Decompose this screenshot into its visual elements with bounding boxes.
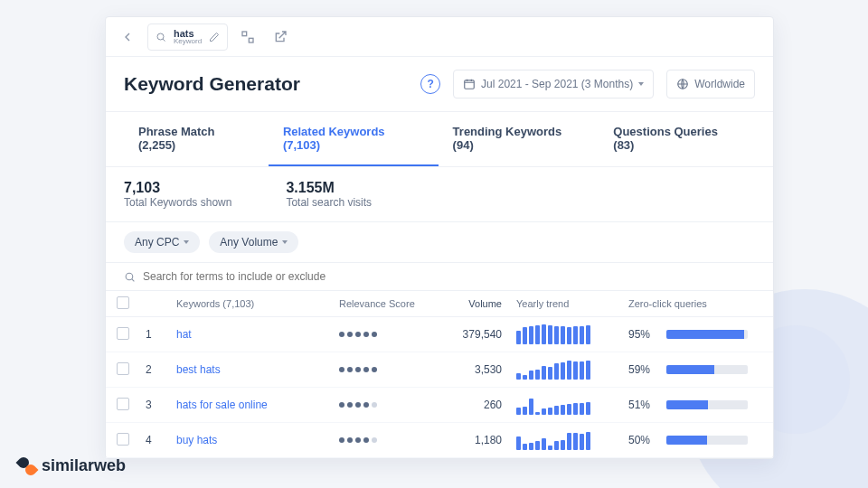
table-row: 3 hats for sale online 260 51% [106,388,773,423]
col-zero-click[interactable]: Zero-click queries [619,298,755,309]
external-link-button[interactable] [268,24,293,50]
table-row: 2 best hats 3,530 59% [106,352,773,388]
volume-filter-label: Any Volume [220,236,278,249]
row-rank: 2 [146,363,176,376]
compare-button[interactable] [235,24,260,50]
chevron-down-icon [184,240,189,244]
svg-rect-3 [465,80,475,89]
brand-name: similarweb [42,456,126,475]
row-rank: 3 [146,399,176,411]
svg-rect-1 [242,32,247,36]
date-range-picker[interactable]: Jul 2021 - Sep 2021 (3 Months) [453,70,654,99]
trend-sparkline [516,395,619,415]
chevron-down-icon [638,82,644,86]
table-search-input[interactable] [143,270,755,283]
row-rank: 1 [146,328,176,341]
total-visits-value: 3.155M [286,180,372,196]
col-trend[interactable]: Yearly trend [502,298,619,309]
trend-sparkline [516,430,619,450]
zero-click-pct: 95% [628,328,657,341]
logo-mark-icon [18,457,36,475]
volume-value: 260 [439,399,502,411]
total-keywords-value: 7,103 [124,180,231,196]
table-row: 1 hat 379,540 95% [106,317,773,352]
select-all-checkbox[interactable] [117,296,129,309]
tab[interactable]: Related Keywords (7,103) [269,112,439,166]
keyword-type-label: Keyword [174,37,202,45]
volume-value: 379,540 [439,328,502,341]
page-title: Keyword Generator [124,73,300,95]
keyword-link[interactable]: best hats [176,363,221,376]
date-range-label: Jul 2021 - Sep 2021 (3 Months) [481,78,633,90]
search-icon [156,32,166,42]
topbar: hats Keyword [106,17,773,57]
geo-label: Worldwide [694,78,745,90]
zero-click-bar [666,436,748,445]
zero-click-bar [666,400,748,409]
zero-click-pct: 59% [628,363,657,376]
chevron-down-icon [282,240,288,244]
relevance-dots [339,437,439,443]
row-checkbox[interactable] [117,398,129,410]
zero-click-bar [666,330,748,339]
tabs: Phrase Match (2,255)Related Keywords (7,… [106,112,773,167]
total-visits-label: Total search visits [286,196,372,209]
calendar-icon [463,78,476,90]
page-header: Keyword Generator ? Jul 2021 - Sep 2021 … [106,57,773,112]
col-volume[interactable]: Volume [439,298,502,309]
row-checkbox[interactable] [117,362,129,375]
svg-point-5 [126,273,133,280]
row-rank: 4 [146,434,176,446]
volume-value: 1,180 [439,434,502,446]
brand-logo: similarweb [18,456,126,475]
tab[interactable]: Trending Keywords (94) [439,112,599,166]
tab[interactable]: Phrase Match (2,255) [124,112,269,166]
table-row: 4 buy hats 1,180 50% [106,423,773,458]
zero-click-pct: 50% [628,434,657,446]
keyword-link[interactable]: hat [176,328,192,341]
volume-value: 3,530 [439,363,502,376]
relevance-dots [339,402,439,408]
tab[interactable]: Questions Queries (83) [599,112,755,166]
help-button[interactable]: ? [420,74,440,94]
globe-icon [676,78,689,90]
pencil-icon[interactable] [209,32,220,42]
volume-filter[interactable]: Any Volume [209,231,298,253]
zero-click-pct: 51% [628,399,657,411]
relevance-dots [339,367,439,372]
app-card: hats Keyword Keyword Generator ? Jul 202… [105,16,774,459]
filters: Any CPC Any Volume [106,222,773,263]
col-relevance[interactable]: Relevance Score [339,298,439,309]
row-checkbox[interactable] [117,433,129,446]
keyword-link[interactable]: buy hats [176,434,217,446]
relevance-dots [339,332,439,337]
col-keywords[interactable]: Keywords (7,103) [176,298,339,309]
row-checkbox[interactable] [117,327,129,340]
keyword-search-pill[interactable]: hats Keyword [147,23,228,51]
cpc-filter-label: Any CPC [135,236,179,249]
search-icon [124,271,136,283]
svg-point-0 [157,33,164,40]
table-search[interactable] [106,263,773,291]
zero-click-bar [666,365,748,374]
trend-sparkline [516,324,619,344]
svg-rect-2 [249,38,253,42]
trend-sparkline [516,360,619,380]
back-button[interactable] [115,24,140,50]
keyword-link[interactable]: hats for sale online [176,399,268,411]
table-header: Keywords (7,103) Relevance Score Volume … [106,291,773,317]
cpc-filter[interactable]: Any CPC [124,231,200,253]
geo-picker[interactable]: Worldwide [666,70,755,99]
stats-bar: 7,103 Total Keywords shown 3.155M Total … [106,167,773,222]
total-keywords-label: Total Keywords shown [124,196,231,209]
